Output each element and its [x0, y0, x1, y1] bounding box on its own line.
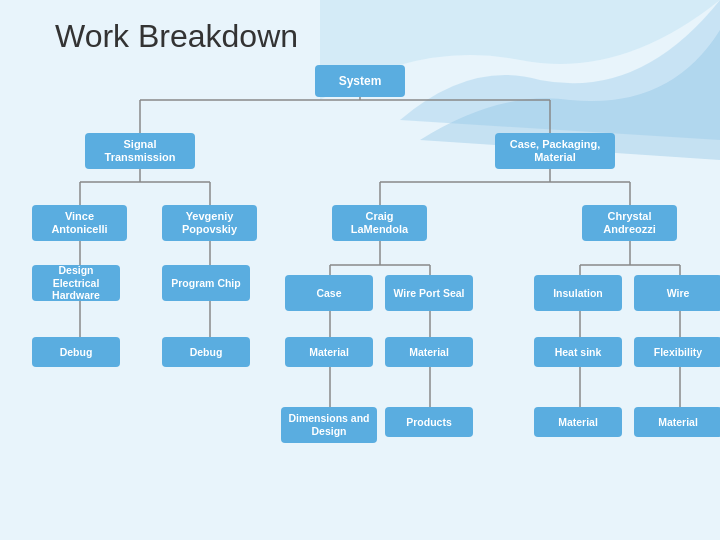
node-system: System [315, 65, 405, 97]
node-case-packaging: Case, Packaging, Material [495, 133, 615, 169]
node-flexibility: Flexibility [634, 337, 720, 367]
node-debug2: Debug [162, 337, 250, 367]
node-material3: Material [534, 407, 622, 437]
node-products: Products [385, 407, 473, 437]
node-yevgeniy: Yevgeniy Popovskiy [162, 205, 257, 241]
node-case: Case [285, 275, 373, 311]
node-material1: Material [285, 337, 373, 367]
node-design-electrical: Design Electrical Hardware [32, 265, 120, 301]
node-craig: Craig LaMendola [332, 205, 427, 241]
node-debug1: Debug [32, 337, 120, 367]
node-dimensions-design: Dimensions and Design [281, 407, 377, 443]
page-title: Work Breakdown [0, 0, 720, 55]
node-material4: Material [634, 407, 720, 437]
node-insulation: Insulation [534, 275, 622, 311]
node-program-chip: Program Chip [162, 265, 250, 301]
node-wire: Wire [634, 275, 720, 311]
node-signal-transmission: Signal Transmission [85, 133, 195, 169]
node-vince: Vince Antonicelli [32, 205, 127, 241]
tree-container: System Signal Transmission Case, Packagi… [10, 65, 710, 485]
node-wire-port-seal: Wire Port Seal [385, 275, 473, 311]
node-chrystal: Chrystal Andreozzi [582, 205, 677, 241]
node-material2: Material [385, 337, 473, 367]
chart-area: System Signal Transmission Case, Packagi… [0, 65, 720, 485]
node-heat-sink: Heat sink [534, 337, 622, 367]
